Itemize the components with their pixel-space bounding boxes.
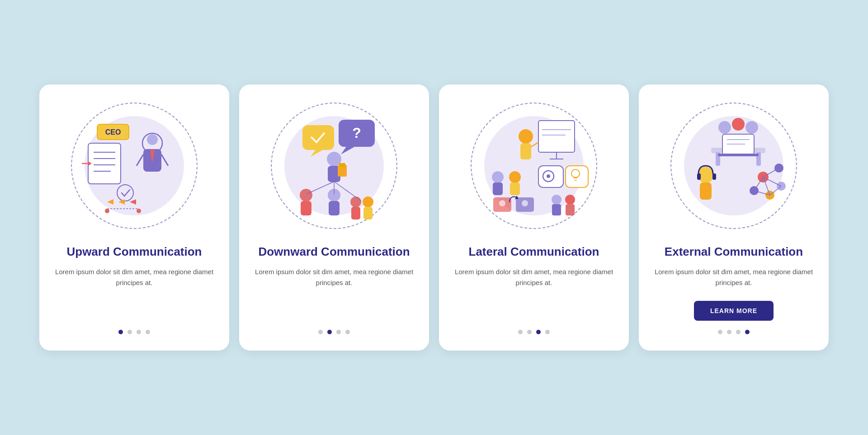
svg-point-56	[547, 174, 550, 178]
svg-rect-48	[520, 143, 531, 159]
svg-point-62	[499, 200, 505, 206]
svg-point-70	[718, 121, 731, 134]
dot-1[interactable]	[118, 330, 123, 334]
dot-1[interactable]	[318, 330, 323, 334]
lateral-illustration	[475, 107, 593, 225]
dot-4[interactable]	[146, 330, 150, 334]
downward-illustration: ?	[275, 107, 393, 225]
illustration-upward: CEO	[66, 98, 202, 234]
svg-point-47	[519, 129, 533, 144]
svg-rect-82	[697, 173, 701, 180]
upward-illustration: CEO	[75, 107, 193, 225]
dot-4[interactable]	[545, 330, 550, 334]
card-upward: CEO	[39, 84, 229, 351]
cards-container: CEO	[39, 84, 829, 351]
dot-2[interactable]	[527, 330, 532, 334]
dot-2[interactable]	[127, 330, 132, 334]
svg-text:?: ?	[352, 125, 361, 141]
svg-rect-81	[700, 182, 712, 200]
lateral-description: Lorem ipsum dolor sit dim amet, mea regi…	[452, 267, 616, 288]
svg-rect-25	[302, 125, 334, 150]
svg-point-68	[565, 195, 575, 205]
dot-4[interactable]	[745, 330, 750, 334]
svg-rect-69	[566, 204, 575, 215]
svg-marker-24	[341, 146, 354, 154]
svg-rect-83	[712, 173, 716, 180]
card-downward: ?	[239, 84, 429, 351]
dot-1[interactable]	[518, 330, 523, 334]
external-illustration	[675, 107, 793, 225]
svg-rect-34	[329, 201, 340, 215]
svg-rect-67	[552, 204, 561, 215]
external-dots	[718, 330, 750, 334]
svg-marker-16	[107, 199, 113, 205]
svg-rect-42	[538, 121, 575, 152]
dot-4[interactable]	[345, 330, 350, 334]
dot-3[interactable]	[536, 330, 541, 334]
svg-marker-65	[515, 196, 519, 199]
dot-3[interactable]	[137, 330, 141, 334]
svg-point-31	[300, 189, 312, 201]
svg-rect-51	[493, 182, 503, 195]
downward-dots	[318, 330, 350, 334]
card-lateral: Lateral Communication Lorem ipsum dolor …	[439, 84, 629, 351]
svg-point-21	[137, 209, 141, 213]
dot-2[interactable]	[327, 330, 332, 334]
illustration-external	[666, 98, 802, 234]
svg-point-19	[105, 209, 109, 213]
svg-point-64	[522, 200, 528, 206]
external-title: External Communication	[665, 244, 803, 260]
svg-point-71	[732, 118, 745, 131]
svg-point-35	[350, 196, 361, 207]
svg-rect-2	[88, 143, 121, 184]
learn-more-button[interactable]: LEARN MORE	[694, 301, 774, 321]
dot-3[interactable]	[736, 330, 741, 334]
svg-rect-54	[538, 166, 563, 187]
svg-line-49	[531, 142, 538, 147]
svg-point-72	[745, 121, 758, 134]
svg-point-37	[363, 196, 373, 207]
dot-2[interactable]	[727, 330, 731, 334]
svg-point-66	[552, 195, 561, 205]
illustration-lateral	[466, 98, 602, 234]
svg-point-10	[147, 134, 158, 145]
svg-rect-38	[363, 207, 373, 220]
dot-1[interactable]	[718, 330, 722, 334]
svg-line-94	[770, 186, 781, 195]
upward-title: Upward Communication	[66, 244, 202, 260]
external-description: Lorem ipsum dolor sit dim amet, mea regi…	[651, 267, 816, 288]
svg-rect-36	[351, 207, 360, 220]
svg-line-13	[161, 154, 168, 166]
dot-3[interactable]	[336, 330, 341, 334]
svg-point-52	[509, 171, 521, 183]
upward-dots	[118, 330, 150, 334]
svg-marker-26	[311, 149, 323, 157]
svg-rect-30	[339, 163, 345, 167]
svg-point-50	[492, 171, 504, 183]
upward-description: Lorem ipsum dolor sit dim amet, mea regi…	[52, 267, 217, 288]
lateral-title: Lateral Communication	[469, 244, 599, 260]
svg-text:CEO: CEO	[105, 128, 121, 136]
downward-title: Downward Communication	[258, 244, 410, 260]
svg-rect-57	[566, 166, 588, 187]
svg-marker-18	[130, 199, 136, 205]
svg-rect-32	[301, 201, 311, 215]
lateral-dots	[518, 330, 550, 334]
svg-rect-53	[510, 182, 520, 195]
downward-description: Lorem ipsum dolor sit dim amet, mea regi…	[252, 267, 416, 288]
svg-point-15	[117, 185, 133, 201]
svg-line-12	[137, 154, 143, 166]
illustration-downward: ?	[266, 98, 402, 234]
svg-rect-77	[718, 154, 759, 156]
card-external: External Communication Lorem ipsum dolor…	[639, 84, 829, 351]
